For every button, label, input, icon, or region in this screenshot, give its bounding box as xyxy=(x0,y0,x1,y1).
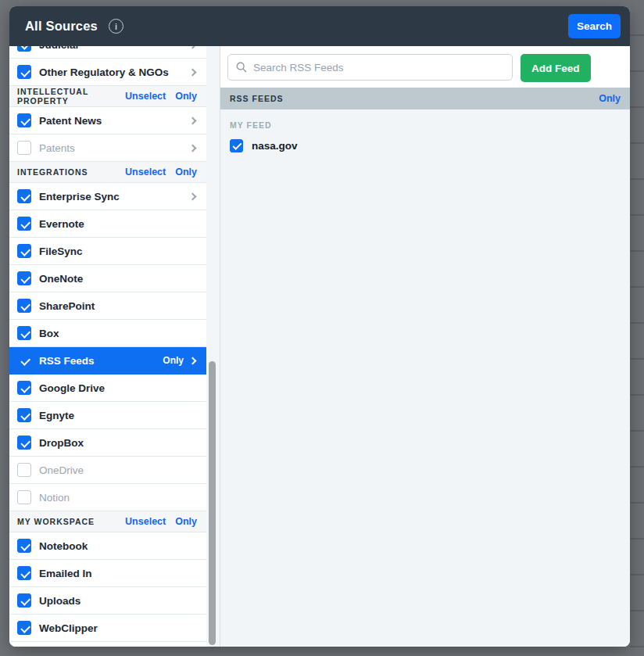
source-checkbox[interactable] xyxy=(17,271,31,285)
info-icon[interactable]: i xyxy=(109,19,123,34)
rss-feeds-section-bar: RSS FEEDS Only xyxy=(220,88,630,109)
section-only-link[interactable]: Only xyxy=(175,91,197,102)
source-label: RSS Feeds xyxy=(39,355,95,367)
source-checkbox[interactable] xyxy=(17,353,31,367)
sidebar-section-header: MY WORKSPACE Unselect Only xyxy=(9,511,206,532)
all-sources-modal: All Sources i Search Judicial Other Regu… xyxy=(9,6,630,647)
source-only-link[interactable]: Only xyxy=(163,355,184,366)
source-label: Patent News xyxy=(39,115,102,127)
feed-list: nasa.gov xyxy=(220,134,630,157)
source-checkbox[interactable] xyxy=(17,326,31,340)
chevron-right-icon[interactable] xyxy=(189,117,197,124)
sidebar-source-row[interactable]: OneNote xyxy=(9,265,206,292)
sidebar-source-row[interactable]: RSS Feeds Only xyxy=(9,347,206,375)
source-checkbox[interactable] xyxy=(17,217,31,231)
section-only-link[interactable]: Only xyxy=(175,167,197,177)
sidebar-source-row[interactable]: Enterprise Sync xyxy=(9,183,206,210)
source-label: Box xyxy=(39,328,59,339)
chevron-right-icon[interactable] xyxy=(189,46,197,48)
section-links: Unselect Only xyxy=(125,91,197,102)
source-label: Egnyte xyxy=(39,410,74,421)
sidebar-source-row[interactable]: Google Drive xyxy=(9,375,206,402)
sidebar-source-row[interactable]: Box xyxy=(9,320,206,347)
chevron-right-icon[interactable] xyxy=(189,357,197,364)
source-checkbox[interactable] xyxy=(17,593,31,608)
chevron-right-icon[interactable] xyxy=(189,68,197,76)
rss-toolbar: Add Feed xyxy=(220,46,630,88)
source-checkbox[interactable] xyxy=(17,621,31,635)
sidebar-source-row[interactable]: DropBox xyxy=(9,429,206,457)
page-title: All Sources xyxy=(25,19,98,34)
source-label: Judicial xyxy=(39,46,78,51)
search-button[interactable]: Search xyxy=(568,14,621,38)
source-label: Other Regulatory & NGOs xyxy=(39,66,169,78)
sidebar-source-row[interactable]: WebClipper xyxy=(9,615,206,642)
source-label: Uploads xyxy=(39,595,80,607)
source-checkbox[interactable] xyxy=(17,244,31,258)
source-checkbox[interactable] xyxy=(17,463,31,477)
rss-feeds-only-link[interactable]: Only xyxy=(599,93,621,104)
sidebar-source-row[interactable]: Evernote xyxy=(9,210,206,238)
dimmed-page-backdrop xyxy=(630,0,644,656)
add-feed-button[interactable]: Add Feed xyxy=(521,54,591,82)
section-unselect-link[interactable]: Unselect xyxy=(125,516,166,527)
chevron-right-icon[interactable] xyxy=(189,144,197,152)
source-checkbox[interactable] xyxy=(17,141,31,155)
source-label: DropBox xyxy=(39,437,84,449)
sidebar-source-row[interactable]: SharePoint xyxy=(9,292,206,320)
sidebar-source-row[interactable]: Egnyte xyxy=(9,402,206,429)
source-checkbox[interactable] xyxy=(17,566,31,580)
feed-label: nasa.gov xyxy=(252,140,298,152)
source-checkbox[interactable] xyxy=(17,381,31,395)
sidebar-source-row[interactable]: Uploads xyxy=(9,587,206,615)
source-label: Evernote xyxy=(39,218,84,230)
sidebar-source-row[interactable]: OneDrive xyxy=(9,457,206,484)
feed-checkbox[interactable] xyxy=(230,139,243,152)
section-links: Unselect Only xyxy=(125,167,197,177)
search-icon xyxy=(236,62,247,73)
rss-feeds-section-title: RSS FEEDS xyxy=(230,94,284,103)
sidebar-source-row[interactable]: FileSync xyxy=(9,238,206,265)
modal-body: Judicial Other Regulatory & NGOs INTELLE… xyxy=(9,46,630,647)
source-checkbox[interactable] xyxy=(17,189,31,203)
my-feed-group-label: MY FEED xyxy=(220,109,630,134)
section-label: INTELLECTUAL PROPERTY xyxy=(17,87,125,106)
source-label: Emailed In xyxy=(39,568,92,579)
source-label: Google Drive xyxy=(39,382,105,394)
source-label: Patents xyxy=(39,142,75,154)
section-label: INTEGRATIONS xyxy=(17,167,88,177)
source-label: Notebook xyxy=(39,540,88,552)
source-checkbox[interactable] xyxy=(17,436,31,450)
sidebar-source-row[interactable]: Patent News xyxy=(9,107,206,134)
sidebar-section-header: INTEGRATIONS Unselect Only xyxy=(9,162,206,183)
sources-sidebar: Judicial Other Regulatory & NGOs INTELLE… xyxy=(9,46,220,647)
source-checkbox[interactable] xyxy=(17,539,31,553)
source-checkbox[interactable] xyxy=(17,113,31,127)
sidebar-source-row[interactable]: Judicial xyxy=(9,46,206,59)
sidebar-source-row[interactable]: Patents xyxy=(9,134,206,162)
rss-search-box[interactable] xyxy=(227,54,513,81)
source-label: OneNote xyxy=(39,273,83,285)
sidebar-source-row[interactable]: Other Regulatory & NGOs xyxy=(9,59,206,86)
sidebar-scrollbar-thumb[interactable] xyxy=(209,361,216,645)
source-checkbox[interactable] xyxy=(17,490,31,504)
section-label: MY WORKSPACE xyxy=(17,517,95,526)
source-label: FileSync xyxy=(39,246,83,257)
source-checkbox[interactable] xyxy=(17,46,31,52)
section-only-link[interactable]: Only xyxy=(175,516,197,527)
source-label: Enterprise Sync xyxy=(39,191,120,203)
section-unselect-link[interactable]: Unselect xyxy=(125,167,166,177)
section-unselect-link[interactable]: Unselect xyxy=(125,91,166,102)
source-checkbox[interactable] xyxy=(17,65,31,79)
section-links: Unselect Only xyxy=(125,516,197,527)
source-label: WebClipper xyxy=(39,622,98,634)
source-checkbox[interactable] xyxy=(17,299,31,313)
source-checkbox[interactable] xyxy=(17,408,31,422)
sidebar-source-row[interactable]: Notebook xyxy=(9,532,206,560)
rss-search-input[interactable] xyxy=(253,62,504,73)
sidebar-scrollbar-track[interactable] xyxy=(206,46,220,647)
feed-row[interactable]: nasa.gov xyxy=(220,134,630,157)
chevron-right-icon[interactable] xyxy=(189,192,197,200)
sidebar-source-row[interactable]: Emailed In xyxy=(9,560,206,587)
sidebar-source-row[interactable]: Notion xyxy=(9,484,206,511)
